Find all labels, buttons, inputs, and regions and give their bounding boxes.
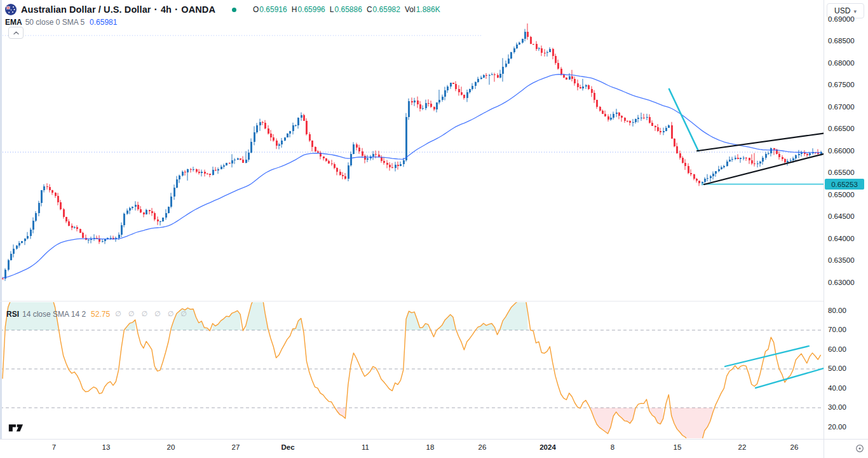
ohlc-label: L — [330, 5, 334, 14]
symbol-header: Australian Dollar / U.S. Dollar · 4h · O… — [5, 3, 440, 16]
left-edge-strip — [0, 0, 2, 439]
price-axis-label: 0.65000 — [828, 191, 855, 198]
tradingview-chart-window: Australian Dollar / U.S. Dollar · 4h · O… — [0, 0, 868, 458]
australia-flag-logo — [5, 4, 17, 15]
title-separator: · — [154, 4, 158, 15]
rsi-axis-label: 20.00 — [828, 423, 846, 431]
rsi-oversold-fill — [592, 408, 636, 434]
main-chart-canvas[interactable] — [0, 0, 824, 439]
time-axis-label: 26 — [790, 443, 799, 451]
time-axis-label: 2024 — [539, 443, 556, 451]
time-axis-label: 7 — [52, 443, 56, 451]
time-axis-label: 13 — [102, 443, 111, 451]
price-axis-label: 0.63000 — [828, 279, 855, 286]
price-axis-label: 0.67500 — [828, 81, 855, 88]
market-status-dot[interactable] — [232, 8, 236, 12]
time-axis-label: 18 — [426, 443, 435, 451]
price-axis-label: 0.67000 — [828, 103, 855, 111]
rsi-axis-label: 30.00 — [828, 403, 846, 411]
rsi-axis-label: 80.00 — [828, 307, 846, 314]
rsi-overbought-fill — [5, 278, 58, 331]
price-axis-label: 0.64500 — [828, 212, 855, 220]
rsi-value: 52.75 — [91, 310, 110, 319]
ohlc-value: 0.65996 — [297, 5, 325, 14]
marked-low-price-tag: 0.65253 — [825, 179, 864, 190]
rsi-params: 14 close SMA 14 2 — [22, 310, 86, 319]
time-axis-label: 8 — [611, 443, 614, 451]
time-axis-separator — [0, 439, 868, 440]
usd-label: USD — [834, 6, 850, 15]
rsi-indicator-row[interactable]: RSI 14 close SMA 14 2 52.75 ∅ ∅ ∅ ∅ ∅ ∅ — [6, 309, 189, 319]
main-pane[interactable] — [0, 24, 824, 281]
ohlc-label: C — [367, 5, 372, 14]
rsi-axis-label: 60.00 — [828, 345, 846, 353]
vol-label: Vol — [405, 5, 416, 14]
ohlc-label: O — [253, 5, 259, 14]
ohlc-value: 0.65886 — [334, 5, 362, 14]
time-axis-label: 22 — [738, 443, 747, 451]
time-axis-label: 15 — [674, 443, 682, 451]
ema-value: 0.65981 — [90, 18, 117, 27]
time-axis-label: 26 — [478, 443, 487, 451]
rsi-oversold-fill — [649, 408, 663, 424]
chevron-down-icon: ▾ — [853, 8, 857, 15]
price-axis-label: 0.64000 — [828, 235, 855, 242]
wedge-upper[interactable] — [697, 134, 824, 151]
rsi-empty-values: ∅ ∅ ∅ ∅ ∅ ∅ — [115, 310, 189, 318]
ema-indicator-row[interactable]: EMA 50 close 0 SMA 5 0.65981 — [5, 17, 117, 27]
time-axis-label: Dec — [281, 443, 294, 451]
rsi-pane[interactable] — [0, 278, 824, 440]
time-axis-label: 20 — [167, 443, 175, 451]
pane-separator[interactable] — [0, 301, 824, 302]
ohlc-value: 0.65916 — [259, 5, 287, 14]
price-axis-label: 0.65500 — [828, 169, 855, 176]
ohlc-value: 0.65982 — [373, 5, 400, 14]
price-axis-label: 0.68500 — [828, 37, 855, 45]
symbol-title[interactable]: Australian Dollar / U.S. Dollar — [21, 4, 151, 15]
rsi-name: RSI — [6, 310, 19, 319]
price-axis-label: 0.63500 — [828, 256, 855, 264]
exchange-label[interactable]: OANDA — [181, 4, 215, 15]
title-separator: · — [175, 4, 178, 15]
price-axis-label: 0.68000 — [828, 59, 855, 67]
price-axis-label: 0.66000 — [828, 147, 855, 155]
rsi-channel-upper[interactable] — [725, 346, 809, 366]
price-axis-separator — [824, 0, 824, 458]
ohlc-label: H — [292, 5, 297, 14]
rsi-overbought-fill — [213, 310, 241, 330]
rsi-axis-label: 40.00 — [828, 384, 846, 392]
chevron-up-icon — [13, 31, 19, 35]
time-axis-label: 11 — [362, 443, 369, 451]
ema-name: EMA — [5, 18, 22, 27]
rsi-axis-label: 70.00 — [828, 326, 846, 333]
tradingview-logo[interactable] — [8, 422, 25, 434]
time-axis-label: 27 — [232, 443, 240, 451]
axis-settings-target-icon[interactable] — [855, 444, 864, 453]
interval-label[interactable]: 4h — [161, 4, 172, 15]
collapse-pane-button[interactable] — [8, 27, 24, 39]
price-axis-label: 0.69000 — [828, 15, 855, 23]
rsi-channel-lower[interactable] — [756, 368, 824, 388]
price-axis-label: 0.66500 — [828, 125, 855, 132]
vol-value: 1.886K — [416, 5, 440, 14]
ohlc-values: O0.65916H0.65996L0.65886C0.65982Vol1.886… — [253, 5, 440, 14]
ema-params: 50 close 0 SMA 5 — [25, 18, 85, 27]
rsi-axis-label: 50.00 — [828, 364, 846, 372]
rsi-oversold-fill — [672, 408, 713, 439]
